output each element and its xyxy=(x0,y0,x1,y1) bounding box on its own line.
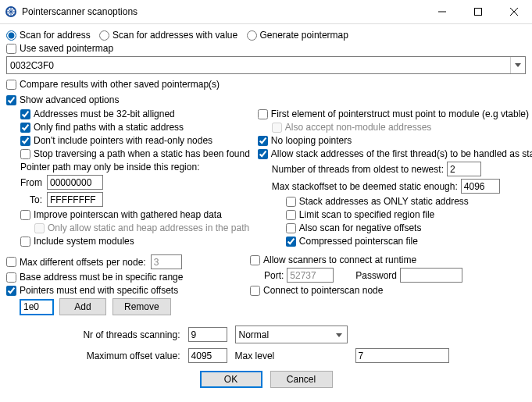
region-header-label: Pointer path may only be inside this reg… xyxy=(20,162,199,173)
max-level-input[interactable] xyxy=(355,348,449,363)
connect-node-checkbox[interactable]: Connect to pointerscan node xyxy=(250,285,383,296)
window-title: Pointerscanner scanoptions xyxy=(22,6,424,17)
remove-offset-button[interactable]: Remove xyxy=(112,298,171,315)
region-from-label: From xyxy=(20,177,42,188)
region-from-input[interactable] xyxy=(47,175,103,190)
end-specific-offsets-checkbox[interactable]: Pointers must end with specific offsets xyxy=(6,285,178,296)
no-looping-checkbox[interactable]: No looping pointers xyxy=(258,135,352,146)
also-nonmodule-checkbox: Also accept non-module addresses xyxy=(272,122,431,133)
stackoffset-label: Max stackoffset to be deemed static enou… xyxy=(272,181,458,192)
base-in-range-label: Base address must be in specific range xyxy=(20,272,183,283)
stack-only-static-checkbox[interactable]: Stack addresses as ONLY static address xyxy=(286,196,469,207)
ok-button[interactable]: OK xyxy=(200,371,262,388)
also-nonmodule-label: Also accept non-module addresses xyxy=(285,122,431,133)
minimize-button[interactable] xyxy=(424,0,460,23)
svg-rect-1 xyxy=(475,9,482,16)
use-saved-pointermap-checkbox[interactable]: Use saved pointermap xyxy=(6,43,113,54)
generate-pointermap-radio[interactable]: Generate pointermap xyxy=(247,30,348,41)
advanced-left-column: Addresses must be 32-bit alligned Only f… xyxy=(6,108,250,249)
generate-pointermap-label: Generate pointermap xyxy=(260,30,348,41)
dialog-buttons: OK Cancel xyxy=(6,371,526,388)
priority-select[interactable]: Normal xyxy=(235,326,348,343)
include-system-modules-label: Include system modules xyxy=(34,236,134,247)
limit-region-file-checkbox[interactable]: Limit scan to specified region file xyxy=(286,209,434,220)
stackoffset-input[interactable] xyxy=(461,179,500,194)
titlebar: Pointerscanner scanoptions xyxy=(0,0,532,24)
offset-input[interactable] xyxy=(20,300,53,315)
static-only-checkbox[interactable]: Only find paths with a static address xyxy=(20,122,184,133)
password-input xyxy=(400,268,462,283)
improve-heap-label: Improve pointerscan with gathered heap d… xyxy=(34,209,222,220)
scan-mode-row: Scan for address Scan for addresses with… xyxy=(6,30,526,41)
max-diff-offsets-checkbox[interactable]: Max different offsets per node: xyxy=(6,257,146,268)
aligned-32bit-label: Addresses must be 32-bit alligned xyxy=(34,109,175,119)
scan-for-address-radio[interactable]: Scan for address xyxy=(6,30,91,41)
no-readonly-checkbox[interactable]: Don't include pointers with read-only no… xyxy=(20,135,212,146)
also-negative-checkbox[interactable]: Also scan for negative offsets xyxy=(286,222,422,233)
advanced-right-column: First element of pointerstruct must poin… xyxy=(258,108,532,249)
limit-region-file-label: Limit scan to specified region file xyxy=(299,209,434,220)
show-advanced-checkbox[interactable]: Show advanced options xyxy=(6,94,119,105)
stack-only-static-label: Stack addresses as ONLY static address xyxy=(299,196,469,207)
allow-connect-label: Allow scanners to connect at runtime xyxy=(263,254,416,265)
scan-for-addresses-with-value-label: Scan for addresses with value xyxy=(112,30,237,41)
max-offset-input[interactable] xyxy=(188,348,227,363)
max-offset-label: Maximum offset value: xyxy=(83,350,180,361)
scan-for-addresses-with-value-radio[interactable]: Scan for addresses with value xyxy=(99,30,237,41)
threads-scanning-label: Nr of threads scanning: xyxy=(83,329,180,340)
port-input xyxy=(287,268,334,283)
only-static-heap-label: Only allow static and heap addresses in … xyxy=(48,222,249,233)
close-button[interactable] xyxy=(496,0,532,23)
address-dropdown-button[interactable] xyxy=(510,57,525,73)
address-input[interactable] xyxy=(7,57,510,73)
no-readonly-label: Don't include pointers with read-only no… xyxy=(34,135,212,146)
only-static-heap-checkbox: Only allow static and heap addresses in … xyxy=(34,222,249,233)
end-specific-offsets-label: Pointers must end with specific offsets xyxy=(20,285,178,296)
extra-right-column: Allow scanners to connect at runtime Por… xyxy=(250,254,526,318)
include-system-modules-checkbox[interactable]: Include system modules xyxy=(20,236,134,247)
stack-threads-input[interactable] xyxy=(447,162,481,176)
stop-on-static-checkbox[interactable]: Stop traversing a path when a static has… xyxy=(20,148,250,159)
allow-stack-checkbox[interactable]: Allow stack addresses of the first threa… xyxy=(258,148,532,159)
max-level-label: Max level xyxy=(235,350,348,361)
first-elem-module-checkbox[interactable]: First element of pointerstruct must poin… xyxy=(258,109,529,119)
also-negative-label: Also scan for negative offsets xyxy=(299,222,422,233)
scan-for-address-label: Scan for address xyxy=(20,30,91,41)
no-looping-label: No looping pointers xyxy=(271,135,352,146)
max-diff-offsets-label: Max different offsets per node: xyxy=(20,257,146,268)
region-to-input[interactable] xyxy=(47,192,103,207)
connect-node-label: Connect to pointerscan node xyxy=(263,285,383,296)
compare-results-label: Compare results with other saved pointer… xyxy=(20,79,220,90)
allow-connect-checkbox[interactable]: Allow scanners to connect at runtime xyxy=(250,254,416,265)
extra-left-column: Max different offsets per node: Base add… xyxy=(6,254,242,318)
show-advanced-label: Show advanced options xyxy=(20,94,119,105)
compressed-file-checkbox[interactable]: Compressed pointerscan file xyxy=(286,236,418,247)
stop-on-static-label: Stop traversing a path when a static has… xyxy=(34,148,250,159)
use-saved-pointermap-label: Use saved pointermap xyxy=(20,43,113,54)
static-only-label: Only find paths with a static address xyxy=(34,122,184,133)
max-diff-offsets-input xyxy=(151,254,182,269)
improve-heap-checkbox[interactable]: Improve pointerscan with gathered heap d… xyxy=(20,209,222,220)
stack-threads-label: Number of threads from oldest to newest: xyxy=(272,164,444,175)
port-label: Port: xyxy=(264,270,284,281)
compressed-file-label: Compressed pointerscan file xyxy=(299,236,418,247)
aligned-32bit-checkbox[interactable]: Addresses must be 32-bit alligned xyxy=(20,109,175,119)
base-in-range-checkbox[interactable]: Base address must be in specific range xyxy=(6,272,183,283)
bottom-controls: Nr of threads scanning: Normal Maximum o… xyxy=(6,326,526,363)
compare-results-checkbox[interactable]: Compare results with other saved pointer… xyxy=(6,79,220,90)
first-elem-module-label: First element of pointerstruct must poin… xyxy=(271,109,529,119)
region-header: Pointer path may only be inside this reg… xyxy=(20,162,250,173)
maximize-button[interactable] xyxy=(460,0,496,23)
allow-stack-label: Allow stack addresses of the first threa… xyxy=(271,148,532,159)
cancel-button[interactable]: Cancel xyxy=(270,371,333,388)
threads-scanning-input[interactable] xyxy=(188,327,227,342)
priority-value: Normal xyxy=(239,329,270,340)
add-offset-button[interactable]: Add xyxy=(59,298,106,315)
password-label: Password xyxy=(355,270,397,281)
app-icon xyxy=(5,5,17,18)
region-to-label: To: xyxy=(20,194,42,205)
address-combobox[interactable] xyxy=(6,56,526,74)
